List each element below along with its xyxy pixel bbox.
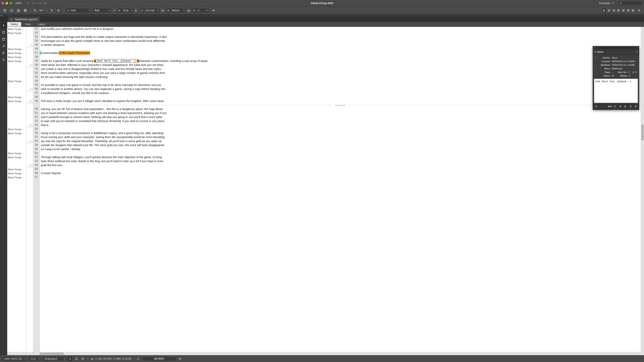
chevron-down-icon: ▼ xyxy=(611,2,615,4)
workspace-switcher[interactable]: Essentials ▼ xyxy=(598,1,616,5)
kerning-value: Metrics xyxy=(170,9,182,12)
font-family-value: Arial xyxy=(71,9,76,12)
font-style-value: Bold xyxy=(93,9,108,12)
workspace-label: Essentials xyxy=(599,2,610,5)
document-tab[interactable]: ✕ *Battleheart copy.icml xyxy=(8,17,40,22)
font-size-dropdown[interactable]: ⯅ 18 pt ▼ xyxy=(118,8,134,13)
chevron-down-icon: ▼ xyxy=(206,8,210,13)
svg-text:VA: VA xyxy=(187,10,190,12)
screen-mode-button[interactable]: ▼ xyxy=(38,1,42,6)
tracking-dropdown[interactable]: ⯅ 0 ▼ xyxy=(192,8,210,13)
stepper-icon[interactable]: ⯅ xyxy=(140,8,144,13)
spellcheck-button[interactable]: abc✓ xyxy=(39,8,45,13)
para-panel-menu-button[interactable] xyxy=(636,8,642,13)
justify-all-button[interactable] xyxy=(631,8,635,13)
svg-rect-5 xyxy=(43,3,44,4)
pilcrow-button[interactable]: ¶ xyxy=(49,8,54,13)
close-tab-icon[interactable]: ✕ xyxy=(10,18,12,21)
svg-point-16 xyxy=(34,10,36,11)
zoom-level-dropdown[interactable]: 100% ▼ xyxy=(15,2,30,5)
search-input[interactable] xyxy=(618,1,642,6)
svg-rect-3 xyxy=(43,3,44,3)
app-title: Adobe InCopy 2024 xyxy=(311,2,333,5)
new-doc-button[interactable] xyxy=(2,8,8,13)
svg-text:A: A xyxy=(136,11,137,12)
leading-icon: AA xyxy=(135,9,139,12)
char-panel-menu-button[interactable] xyxy=(211,8,216,13)
svg-text:A: A xyxy=(67,9,69,12)
chevron-down-icon: ▼ xyxy=(33,2,36,4)
chevron-down-icon: ▼ xyxy=(26,2,30,4)
find-button[interactable] xyxy=(32,8,38,13)
svg-rect-15 xyxy=(25,11,26,12)
font-family-dropdown[interactable]: AArial ▼ xyxy=(66,8,92,13)
font-size-value: 18 pt xyxy=(122,9,130,12)
svg-line-17 xyxy=(36,11,36,12)
svg-text:T: T xyxy=(112,10,114,12)
chevron-down-icon: ▼ xyxy=(182,8,186,13)
minimize-window-button[interactable] xyxy=(6,2,8,5)
font-style-dropdown[interactable]: Bold ▼ xyxy=(93,8,111,13)
svg-line-8 xyxy=(621,4,622,4)
panel-collapse-strip[interactable]: ▸▸ xyxy=(0,15,644,17)
font-sample-icon: A xyxy=(67,9,70,12)
chevron-down-icon: ▼ xyxy=(156,8,160,13)
document-tabs: ✕ *Battleheart copy.icml xyxy=(0,17,644,22)
print-button[interactable] xyxy=(22,8,28,13)
kerning-dropdown[interactable]: ⯅ Metrics ▼ xyxy=(166,8,186,13)
font-size-icon: TT xyxy=(112,9,116,12)
align-left-button[interactable] xyxy=(602,8,606,13)
stepper-icon[interactable]: ⯅ xyxy=(166,8,170,13)
tracking-icon: VA xyxy=(187,9,191,12)
titlebar: 100% ▼ ▼ ▼ ▼ Adobe InCopy 2024 Essential… xyxy=(0,0,644,7)
chevron-down-icon: ▼ xyxy=(38,2,42,4)
paragraph-alignment-group xyxy=(602,8,635,13)
save-button[interactable] xyxy=(16,8,21,13)
window-controls xyxy=(2,2,12,5)
stepper-icon[interactable]: ⯅ xyxy=(192,8,196,13)
svg-text:A: A xyxy=(136,9,137,11)
search-icon xyxy=(620,2,622,5)
justify-right-button[interactable] xyxy=(626,8,630,13)
close-window-button[interactable] xyxy=(2,2,4,5)
control-menu-button[interactable] xyxy=(56,8,61,13)
arrange-documents-button[interactable]: ▼ xyxy=(43,1,48,6)
stepper-icon[interactable]: ⯅ xyxy=(118,8,122,13)
chevron-down-icon: ▼ xyxy=(88,8,91,13)
svg-text:T: T xyxy=(114,9,116,12)
kerning-icon: VA xyxy=(161,9,165,12)
chevron-down-icon: ▼ xyxy=(108,8,111,13)
leading-value: (21.6 pt) xyxy=(144,9,156,12)
svg-rect-12 xyxy=(18,11,19,12)
chevron-down-icon: ▼ xyxy=(44,2,48,4)
justify-left-button[interactable] xyxy=(616,8,621,13)
align-right-button[interactable] xyxy=(612,8,616,13)
svg-rect-2 xyxy=(38,3,38,4)
leading-dropdown[interactable]: ⯅ (21.6 pt) ▼ xyxy=(140,8,160,13)
tracking-value: 0 xyxy=(196,9,206,12)
zoom-value: 100% xyxy=(15,2,25,5)
align-center-button[interactable] xyxy=(607,8,611,13)
view-options-button[interactable]: ▼ xyxy=(32,1,36,6)
open-button[interactable] xyxy=(9,8,14,13)
chevron-down-icon: ▼ xyxy=(130,8,134,13)
control-bar: abc✓ ¶ AArial ▼ Bold ▼ TT ⯅ 18 pt ▼ AA ⯅… xyxy=(0,7,644,15)
maximize-window-button[interactable] xyxy=(10,2,12,5)
document-tab-label: *Battleheart copy.icml xyxy=(14,18,38,21)
justify-center-button[interactable] xyxy=(621,8,626,13)
svg-point-7 xyxy=(620,3,621,4)
